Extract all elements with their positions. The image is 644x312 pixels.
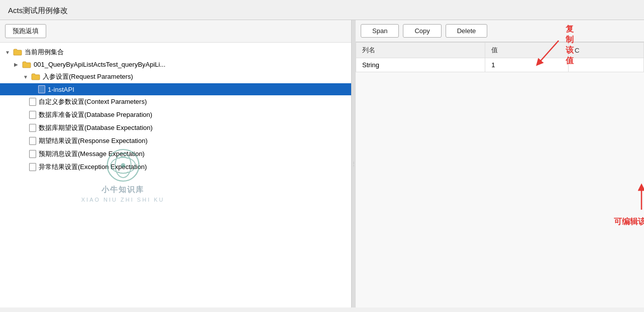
file-icon-instapi: [38, 85, 45, 93]
col-c-header: C: [568, 43, 643, 58]
file-icon-dbexp: [29, 124, 36, 132]
tree-label-dbexp: 数据库期望设置(Database Expectation): [39, 123, 153, 132]
toolbar-row: 预跑返填: [0, 20, 351, 43]
tree-label-dbprep: 数据库准备设置(Database Preparation): [39, 110, 152, 119]
file-icon-msgexp: [29, 150, 36, 158]
cell-value-0[interactable]: 1: [485, 58, 569, 72]
prerun-button[interactable]: 预跑返填: [5, 24, 46, 38]
cell-c-0: [568, 58, 643, 72]
file-icon-dbprep: [29, 111, 36, 119]
file-icon-exexp: [29, 163, 36, 171]
tree-label-instapi: 1-instAPI: [48, 86, 74, 93]
right-toolbar: Span Copy Delete: [356, 20, 644, 42]
watermark-subtext: XIAO NIU ZHI SHI KU: [81, 197, 165, 203]
table-body: String1: [356, 58, 644, 72]
tree-container: ▼ 当前用例集合▶ 001_QueryByApiListActsTest_que…: [0, 46, 351, 174]
tree-label-context: 自定义参数设置(Context Parameters): [39, 97, 147, 106]
table-container: 列名 值 C String1: [356, 42, 644, 307]
tree-item-exexp[interactable]: 异常结果设置(Exception Expectation): [0, 161, 351, 174]
folder-icon-root: [13, 49, 22, 56]
table-header-row: 列名 值 C: [356, 43, 644, 58]
tree-item-case1[interactable]: ▶ 001_QueryByApiListActsTest_queryByApiL…: [0, 59, 351, 70]
tree-item-msgexp[interactable]: 预期消息设置(Message Expectation): [0, 147, 351, 161]
tree-item-dbexp[interactable]: 数据库期望设置(Database Expectation): [0, 121, 351, 134]
tree-item-root[interactable]: ▼ 当前用例集合: [0, 46, 351, 59]
tree-item-context[interactable]: 自定义参数设置(Context Parameters): [0, 95, 351, 108]
copy-button[interactable]: Copy: [403, 24, 441, 38]
right-panel: Span Copy Delete 列名 值 C String1 复制该值: [356, 20, 644, 307]
panel-splitter[interactable]: ⋮: [352, 20, 356, 307]
tree-label-respexp: 期望结果设置(Response Expectation): [39, 136, 148, 145]
data-table: 列名 值 C String1: [356, 42, 644, 72]
tree-item-dbprep[interactable]: 数据库准备设置(Database Preparation): [0, 108, 351, 121]
tree-item-input[interactable]: ▼ 入参设置(Request Parameters): [0, 70, 351, 83]
tree-arrow-root: ▼: [5, 50, 11, 55]
delete-button[interactable]: Delete: [446, 24, 488, 38]
tree-label-input: 入参设置(Request Parameters): [43, 72, 133, 81]
watermark-text: 小牛知识库: [101, 185, 144, 195]
tree-label-root: 当前用例集合: [25, 48, 64, 57]
folder-icon-case1: [22, 61, 31, 68]
folder-icon-input: [31, 73, 40, 80]
tree-item-instapi[interactable]: 1-instAPI: [0, 83, 351, 95]
title-bar: Acts测试用例修改: [0, 0, 644, 20]
tree-item-respexp[interactable]: 期望结果设置(Response Expectation): [0, 134, 351, 147]
table-row-0: String1: [356, 58, 644, 72]
tree-label-msgexp: 预期消息设置(Message Expectation): [39, 149, 145, 159]
tree-area: 小牛知识库 XIAO NIU ZHI SHI KU ▼ 当前用例集合▶ 001_…: [0, 43, 351, 307]
file-icon-respexp: [29, 137, 36, 145]
tree-arrow-input: ▼: [23, 74, 29, 80]
cell-col-name-0: String: [356, 58, 485, 72]
tree-label-case1: 001_QueryByApiListActsTest_queryByApiLi.…: [34, 61, 165, 68]
app-title: Acts测试用例修改: [8, 6, 68, 15]
file-icon-context: [29, 98, 36, 106]
tree-arrow-case1: ▶: [14, 62, 20, 67]
tree-label-exexp: 异常结果设置(Exception Expectation): [39, 163, 147, 172]
col-value-header: 值: [485, 43, 569, 58]
left-panel: 预跑返填 小牛知识库 XIAO NIU ZHI SHI KU ▼ 当前用例集合▶: [0, 20, 352, 307]
span-button[interactable]: Span: [361, 24, 399, 38]
col-name-header: 列名: [356, 43, 485, 58]
